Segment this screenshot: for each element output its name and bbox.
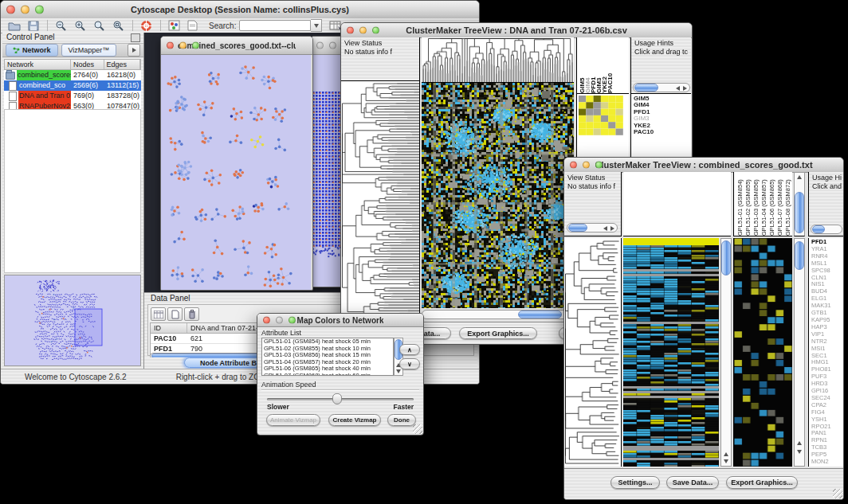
gene-label[interactable]: SEC1: [811, 353, 843, 360]
zoom-button[interactable]: [289, 317, 296, 324]
treeview-action-button[interactable]: Save Data...: [666, 476, 719, 489]
array-label[interactable]: GPL51-07 (GSM868): [776, 173, 784, 236]
scroll-thumb[interactable]: [568, 224, 587, 232]
gene-label[interactable]: VIP1: [811, 331, 843, 338]
resize-grip[interactable]: [413, 424, 422, 434]
gene-label[interactable]: GIM4: [634, 102, 691, 108]
array-label[interactable]: GPL51-03 (GSM856): [752, 173, 760, 236]
tab-vizmapper[interactable]: VizMapper™: [61, 44, 117, 57]
dialog-action-button[interactable]: Done: [387, 414, 416, 426]
usage-hints-scrollbar[interactable]: [633, 83, 690, 92]
gene-label[interactable]: HMG1: [811, 359, 843, 366]
gene-label[interactable]: SPC98: [811, 268, 843, 275]
array-label[interactable]: GPL51-08 (GSM872): [784, 173, 792, 236]
help-lifebuoy-icon[interactable]: [140, 20, 152, 32]
close-button[interactable]: [167, 42, 174, 49]
gene-label[interactable]: GIM3: [634, 115, 691, 122]
gene-label[interactable]: RPO21: [811, 424, 843, 431]
column-label[interactable]: PFD1: [590, 38, 595, 93]
minimize-button[interactable]: [329, 42, 336, 49]
zoom-fit-icon[interactable]: [112, 20, 124, 31]
scroll-thumb[interactable]: [721, 240, 731, 275]
gene-label[interactable]: SEC24: [811, 395, 843, 402]
gene-label[interactable]: PFD1: [634, 109, 691, 115]
trash-icon[interactable]: [184, 307, 199, 321]
network-row[interactable]: DNA and Tran 07 769(0) 183728(0): [4, 91, 141, 101]
move-down-button[interactable]: ∨: [399, 358, 420, 369]
close-button[interactable]: [316, 42, 324, 49]
dialog-titlebar[interactable]: Map Colors to Network: [257, 314, 423, 327]
treeview-action-button[interactable]: Settings...: [610, 476, 660, 489]
animation-speed-slider-thumb[interactable]: [332, 393, 342, 404]
gene-label[interactable]: YSH1: [811, 416, 843, 424]
scroll-thumb[interactable]: [812, 225, 825, 233]
gene-label[interactable]: FIG4: [811, 409, 843, 416]
labels-vscrollbar[interactable]: [794, 172, 805, 236]
tab-network[interactable]: Network: [6, 44, 58, 57]
search-input[interactable]: [239, 20, 311, 31]
frame-titlebar[interactable]: combined_scores_good.txt--cluste...: [161, 37, 312, 55]
gene-label[interactable]: PHO81: [811, 366, 843, 373]
column-label[interactable]: PAC10: [607, 38, 612, 93]
treeview1-titlebar[interactable]: ClusterMaker TreeView : DNA and Tran 07-…: [341, 23, 692, 38]
heatmap-hscrollbar[interactable]: [422, 310, 574, 319]
gene-label[interactable]: MSI1: [811, 346, 843, 353]
heatmap-canvas[interactable]: [422, 83, 574, 308]
scroll-down-icon[interactable]: [797, 450, 802, 454]
column-label[interactable]: GIM5: [579, 38, 584, 93]
scroll-left-icon[interactable]: [676, 86, 680, 91]
close-button[interactable]: [570, 162, 577, 169]
network-view-canvas[interactable]: [161, 55, 311, 291]
array-label[interactable]: GPL51-02 (GSM855): [744, 173, 752, 236]
zoom-in-icon[interactable]: [74, 20, 86, 31]
usage-hints-scrollbar[interactable]: [811, 225, 842, 234]
attribute-list-item[interactable]: GPL51-07 (GSM868) heat shock 60 min: [262, 373, 393, 377]
row-dendrogram-canvas[interactable]: [564, 238, 622, 467]
gene-label[interactable]: PAC10: [634, 129, 691, 135]
scroll-down-icon[interactable]: [724, 459, 728, 463]
move-up-button[interactable]: ∧: [399, 344, 420, 355]
table-icon[interactable]: [151, 307, 166, 321]
annotation-icon[interactable]: [187, 20, 198, 31]
map-colors-dialog[interactable]: Map Colors to Network Attribute List GPL…: [257, 313, 424, 436]
view-status-scrollbar[interactable]: [567, 223, 618, 232]
gene-label[interactable]: MON2: [811, 459, 843, 466]
treeview2-titlebar[interactable]: ClusterMaker TreeView : combined_scores_…: [564, 158, 843, 173]
column-label[interactable]: GIM4: [584, 38, 590, 93]
gene-label[interactable]: HRD3: [811, 381, 843, 388]
treeview-action-button[interactable]: Export Graphics...: [459, 327, 537, 339]
network-frame-combined-scores[interactable]: combined_scores_good.txt--cluste...: [160, 36, 313, 291]
zoom-button[interactable]: [372, 27, 379, 34]
array-label[interactable]: GPL51-04 (GSM857): [760, 173, 768, 236]
network-row[interactable]: combined_sco 2569(6) 13112(15): [4, 80, 141, 91]
scroll-down-icon[interactable]: [396, 369, 401, 373]
network-row[interactable]: combined_scores 2764(0) 16218(0): [4, 70, 141, 80]
window-controls[interactable]: [6, 6, 44, 14]
gene-label[interactable]: MSL1: [811, 260, 843, 268]
main-titlebar[interactable]: Cytoscape Desktop (Session Name: collins…: [1, 1, 479, 19]
dialog-action-button[interactable]: Create Vizmap: [328, 414, 381, 426]
gene-label[interactable]: MAK31: [811, 303, 843, 310]
gene-label[interactable]: YKE2: [634, 123, 691, 129]
gene-label[interactable]: PFD1: [811, 239, 843, 246]
scroll-thumb[interactable]: [795, 241, 804, 270]
attribute-list[interactable]: GPL51-01 (GSM854) heat shock 05 minGPL51…: [261, 338, 394, 376]
zoom-heatmap-canvas[interactable]: [733, 238, 792, 467]
vizmapper-icon[interactable]: [168, 20, 180, 31]
float-panel-icon[interactable]: [131, 33, 140, 42]
gene-label[interactable]: TCB3: [811, 444, 843, 451]
gene-label[interactable]: GPI16: [811, 388, 843, 395]
open-icon[interactable]: [8, 21, 21, 31]
close-button[interactable]: [347, 27, 354, 34]
zoom-actual-icon[interactable]: [93, 20, 105, 31]
scroll-up-icon[interactable]: [797, 441, 802, 445]
gene-label[interactable]: KAP95: [811, 317, 843, 324]
gene-label[interactable]: GIM5: [634, 96, 691, 102]
gene-label[interactable]: PUF3: [811, 373, 843, 381]
minimize-button[interactable]: [583, 162, 590, 169]
gene-label[interactable]: CPA2: [811, 402, 843, 409]
new-document-icon[interactable]: [167, 307, 183, 321]
treeview-action-button[interactable]: Export Graphics...: [726, 476, 798, 489]
scroll-thumb[interactable]: [795, 192, 804, 233]
minimize-button[interactable]: [276, 317, 283, 324]
